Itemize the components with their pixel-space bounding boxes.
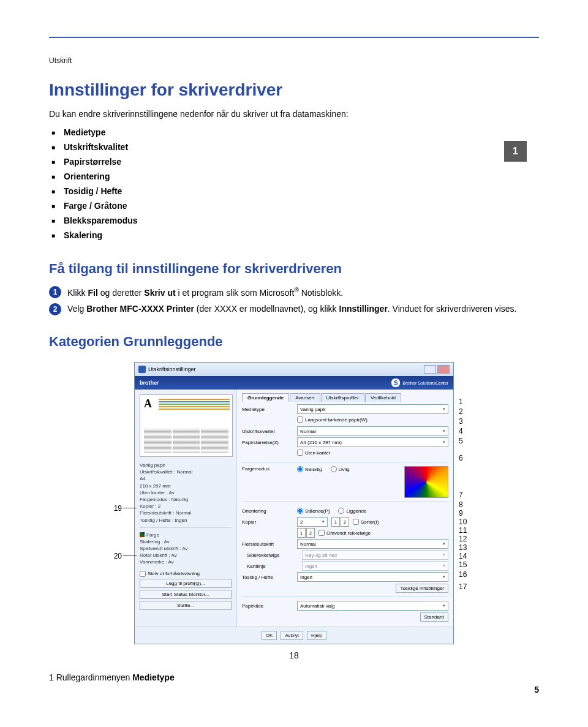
- reverse-order-checkbox[interactable]: Omvendt rekkefølge: [318, 530, 371, 536]
- bold: Innstillinger: [339, 304, 388, 314]
- list-item: Skalering: [49, 228, 539, 243]
- close-button[interactable]: [437, 365, 450, 374]
- label: Siderekkefølge: [242, 552, 302, 558]
- preview-panel: A Vanlig papir Utskriftskvalitet : Norma…: [135, 390, 237, 627]
- text: . Vinduet for skriverdriveren vises.: [388, 304, 517, 314]
- page-preview: A: [140, 394, 233, 457]
- borderless-checkbox[interactable]: Uten kanter: [297, 450, 330, 456]
- tab-advanced[interactable]: Avansert: [290, 393, 320, 402]
- text: (der XXXX er modellnavnet), og klikk: [194, 304, 339, 314]
- bold: Fil: [88, 288, 97, 298]
- list-item: Medietype: [49, 125, 539, 140]
- tab-maintenance[interactable]: Vedlikehold: [365, 393, 401, 402]
- list-item: Papirstørrelse: [49, 154, 539, 169]
- papersource-dropdown[interactable]: Automatisk valg: [297, 601, 448, 611]
- reverse-icon: 12: [297, 528, 315, 538]
- support-button[interactable]: Støtte...: [140, 601, 232, 610]
- callout-1: 1: [459, 397, 477, 406]
- list-item: Blekksparemodus: [49, 213, 539, 228]
- section-label: Utskrift: [49, 56, 539, 65]
- label: Kantlinje: [242, 563, 302, 569]
- text: Notisblokk.: [299, 288, 343, 298]
- tab-strip: Grunnleggende Avansert Utskriftsprofiler…: [242, 393, 448, 402]
- heading-access: Få tilgang til innstillingene for skrive…: [49, 261, 539, 277]
- callout-2: 2: [459, 407, 477, 416]
- page-number: 5: [534, 685, 539, 695]
- callout-11: 11: [459, 526, 477, 535]
- color-preview: [404, 466, 448, 498]
- label: Tosidig / Hefte: [242, 574, 297, 580]
- papersize-dropdown[interactable]: A4 (210 x 297 mm): [297, 437, 448, 447]
- callout-3: 3: [459, 417, 477, 426]
- color-icon: [140, 532, 145, 537]
- spec-summary-2: Farge Skalering : Av Speilvendt utskrift…: [140, 532, 232, 566]
- colormode-radio[interactable]: Naturlig Livlig: [297, 466, 404, 472]
- borderline-dropdown: Ingen: [302, 561, 448, 571]
- callout-10: 10: [459, 518, 477, 526]
- cancel-button[interactable]: Avbryt: [281, 631, 303, 640]
- window-title: Utskriftsinnstillinger: [148, 366, 196, 372]
- text: Klikk: [67, 288, 88, 298]
- intro-text: Du kan endre skriverinnstillingene neden…: [49, 109, 539, 119]
- bold: Skriv ut: [144, 288, 175, 298]
- tab-profiles[interactable]: Utskriftsprofiler: [321, 393, 364, 402]
- step-number: 1: [49, 286, 61, 298]
- footer-item-1: 1 Rullegardinmenyen Medietype: [49, 672, 539, 682]
- multipage-dropdown[interactable]: Normal: [297, 539, 448, 549]
- text: Velg: [67, 304, 86, 314]
- duplex-dropdown[interactable]: Ingen: [297, 572, 448, 582]
- heading-basic-tab: Kategorien Grunnleggende: [49, 334, 539, 350]
- print-preview-checkbox[interactable]: Skriv ut forhåndsvisning: [140, 571, 232, 577]
- callout-4: 4: [459, 427, 477, 435]
- step-number: 2: [49, 303, 61, 315]
- copies-spinner[interactable]: 2: [297, 517, 328, 527]
- callout-19: 19: [104, 504, 122, 513]
- dialog-figure: 19 20 1 2 3 4 5 6 7 8 9 10 11 12 13 14 1…: [49, 362, 539, 644]
- spec-summary: Vanlig papir Utskriftskvalitet : Normal …: [140, 462, 232, 524]
- text: i et program slik som Microsoft: [176, 288, 295, 298]
- solutions-label[interactable]: Brother SolutionsCenter: [402, 381, 448, 385]
- list-item: Tosidig / Hefte: [49, 184, 539, 198]
- solutions-icon: S: [391, 379, 400, 387]
- label: Papirkilde: [242, 603, 297, 609]
- quality-dropdown[interactable]: Normal: [297, 426, 448, 436]
- callout-5: 5: [459, 437, 477, 445]
- brand-label: brother: [140, 380, 159, 386]
- heading-main: Innstillinger for skriverdriver: [49, 80, 539, 100]
- callout-7: 7: [459, 491, 477, 499]
- dialog-buttons: OK Avbryt Hjelp: [135, 627, 453, 644]
- step-1: 1 Klikk Fil og deretter Skriv ut i et pr…: [49, 286, 539, 298]
- callout-14: 14: [459, 552, 477, 560]
- list-item: Farge / Gråtone: [49, 198, 539, 213]
- callout-8: 8: [459, 500, 477, 509]
- default-button[interactable]: Standard: [420, 612, 448, 622]
- callout-16: 16: [459, 570, 477, 579]
- print-settings-dialog: Utskriftsinnstillinger brother SBrother …: [134, 362, 454, 644]
- tab-basic[interactable]: Grunnleggende: [242, 393, 289, 402]
- duplex-settings-button[interactable]: Tosidige innstillinger: [396, 584, 448, 593]
- step-2: 2 Velg Brother MFC-XXXX Printer (der XXX…: [49, 303, 539, 315]
- collate-checkbox[interactable]: Sorter(I): [353, 519, 379, 525]
- callout-20: 20: [104, 552, 122, 560]
- text: og deretter: [98, 288, 145, 298]
- label: Papirstørrelse(Z): [242, 440, 297, 445]
- slow-dry-checkbox[interactable]: Langsomt tørkende papir(W): [297, 416, 368, 423]
- status-monitor-button[interactable]: Start Status Monitor...: [140, 590, 232, 599]
- callout-13: 13: [459, 543, 477, 552]
- mediatype-dropdown[interactable]: Vanlig papir: [297, 404, 448, 414]
- brand-bar: brother SBrother SolutionsCenter: [135, 376, 453, 390]
- label: Flersideutskrift: [242, 541, 297, 547]
- add-profile-button[interactable]: Legg til profil(Q)...: [140, 579, 232, 588]
- orientation-radio[interactable]: Stående(P) Liggende: [297, 508, 448, 514]
- help-button[interactable]: Hjelp: [307, 631, 326, 640]
- label: Fargemodus: [242, 466, 297, 472]
- settings-bullet-list: Medietype Utskriftskvalitet Papirstørrel…: [49, 125, 539, 243]
- callout-9: 9: [459, 509, 477, 518]
- help-button[interactable]: [424, 365, 436, 374]
- label: Orientering: [242, 508, 297, 514]
- ok-button[interactable]: OK: [262, 631, 277, 640]
- label: Kopier: [242, 519, 297, 525]
- callout-15: 15: [459, 560, 477, 569]
- sup: ®: [294, 287, 298, 293]
- list-item: Orientering: [49, 169, 539, 184]
